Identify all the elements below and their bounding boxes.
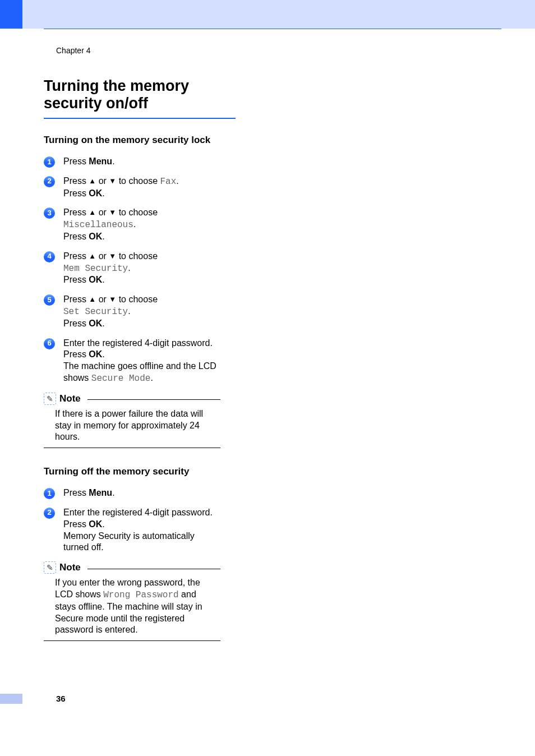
header-rule <box>44 29 501 29</box>
step-text: . <box>102 349 104 359</box>
step-text: Press <box>63 156 89 166</box>
note-rule <box>87 569 220 569</box>
step-badge: 3 <box>44 208 55 219</box>
step-on-1: 1 Press Menu. <box>44 156 220 168</box>
step-text: or <box>96 208 109 217</box>
step-text: . <box>102 188 104 198</box>
step-text: Press <box>63 232 89 241</box>
ok-key: OK <box>89 519 102 529</box>
step-text: . <box>176 176 178 186</box>
step-text: . <box>102 232 104 241</box>
note-end-rule <box>44 640 220 641</box>
chapter-label: Chapter 4 <box>56 46 90 55</box>
step-text: or <box>96 176 109 186</box>
menu-key: Menu <box>89 488 112 497</box>
note-title: Note <box>59 562 81 573</box>
step-badge: 6 <box>44 338 55 349</box>
note-title: Note <box>59 393 81 404</box>
step-text: Press <box>63 294 89 304</box>
section-heading-block: Turning the memory security on/off <box>44 77 236 119</box>
down-arrow-icon: ▼ <box>109 177 116 186</box>
up-arrow-icon: ▲ <box>89 295 96 305</box>
step-text: or <box>96 294 109 304</box>
step-text: to choose <box>116 208 158 217</box>
step-text: Press <box>63 251 89 261</box>
step-text: . <box>150 373 153 382</box>
heading-rule <box>44 118 236 119</box>
step-text: Press <box>63 519 89 529</box>
ok-key: OK <box>89 319 102 328</box>
step-text: Press <box>63 319 89 328</box>
step-text: . <box>133 219 136 229</box>
step-text: . <box>112 488 114 497</box>
step-text: . <box>128 306 130 316</box>
step-on-5: 5 Press ▲ or ▼ to choose Set Security. P… <box>44 294 220 329</box>
note-text: If there is a power failure the data wil… <box>44 408 220 443</box>
lcd-text: Wrong Password <box>103 590 178 600</box>
header-accent <box>0 0 22 29</box>
step-text: . <box>102 275 104 284</box>
step-badge: 2 <box>44 508 55 519</box>
step-badge: 2 <box>44 176 55 187</box>
step-badge: 1 <box>44 488 55 499</box>
step-off-2: 2 Enter the registered 4-digit password.… <box>44 507 220 554</box>
note-text: If you enter the wrong password, the LCD… <box>44 577 220 636</box>
up-arrow-icon: ▲ <box>89 177 96 186</box>
ok-key: OK <box>89 349 102 359</box>
note-icon: ✎ <box>44 561 56 574</box>
step-text: Press <box>63 488 89 497</box>
note-block-off: ✎ Note If you enter the wrong password, … <box>44 561 220 641</box>
step-text: . <box>128 263 130 273</box>
step-on-6: 6 Enter the registered 4-digit password.… <box>44 338 220 385</box>
lcd-text: Set Security <box>63 307 128 317</box>
step-text: Memory Security is automatically turned … <box>63 531 195 552</box>
step-text: Enter the registered 4-digit password. <box>63 338 213 348</box>
note-end-rule <box>44 448 220 448</box>
down-arrow-icon: ▼ <box>109 295 116 305</box>
step-text: . <box>112 156 114 166</box>
ok-key: OK <box>89 232 102 241</box>
step-text: to choose <box>116 176 160 186</box>
lcd-text: Fax <box>160 177 177 187</box>
lcd-text: Miscellaneous <box>63 220 133 230</box>
content-column: Turning on the memory security lock 1 Pr… <box>44 135 220 643</box>
step-text: Press <box>63 275 89 284</box>
footer-accent <box>0 694 22 704</box>
step-badge: 5 <box>44 294 55 306</box>
down-arrow-icon: ▼ <box>109 208 116 218</box>
note-header: ✎ Note <box>44 393 220 405</box>
step-text: to choose <box>116 294 158 304</box>
subheading-off: Turning off the memory security <box>44 466 220 477</box>
step-text: Press <box>63 188 89 198</box>
lcd-text: Secure Mode <box>91 374 151 384</box>
step-badge: 4 <box>44 251 55 262</box>
step-text: Press <box>63 349 89 359</box>
step-off-1: 1 Press Menu. <box>44 487 220 499</box>
note-block-on: ✎ Note If there is a power failure the d… <box>44 393 220 448</box>
note-icon: ✎ <box>44 393 56 405</box>
step-text: to choose <box>116 251 158 261</box>
section-heading: Turning the memory security on/off <box>44 77 236 112</box>
step-text: Press <box>63 176 89 186</box>
menu-key: Menu <box>89 156 112 166</box>
note-header: ✎ Note <box>44 561 220 574</box>
up-arrow-icon: ▲ <box>89 208 96 218</box>
step-badge: 1 <box>44 156 55 168</box>
down-arrow-icon: ▼ <box>109 252 116 261</box>
ok-key: OK <box>89 275 102 284</box>
ok-key: OK <box>89 188 102 198</box>
step-on-3: 3 Press ▲ or ▼ to choose Miscellaneous. … <box>44 207 220 242</box>
header-bar <box>0 0 535 29</box>
up-arrow-icon: ▲ <box>89 252 96 261</box>
step-text: . <box>102 519 104 529</box>
step-on-2: 2 Press ▲ or ▼ to choose Fax. Press OK. <box>44 176 220 200</box>
lcd-text: Mem Security <box>63 264 128 274</box>
subheading-on: Turning on the memory security lock <box>44 135 220 146</box>
step-text: . <box>102 319 104 328</box>
note-rule <box>87 399 220 400</box>
step-text: or <box>96 251 109 261</box>
step-text: Enter the registered 4-digit password. <box>63 508 213 517</box>
page: Chapter 4 Turning the memory security on… <box>0 0 535 756</box>
page-number: 36 <box>56 694 66 703</box>
step-text: Press <box>63 208 89 217</box>
